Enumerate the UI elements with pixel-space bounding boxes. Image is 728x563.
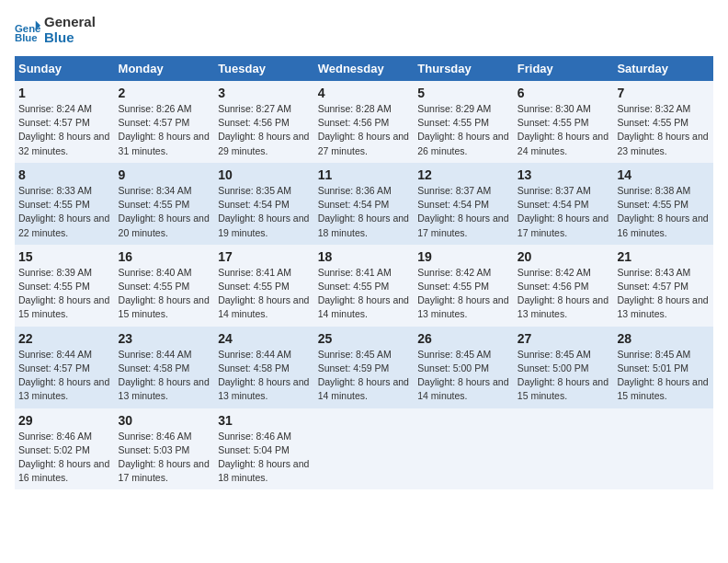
calendar-cell: 21 Sunrise: 8:43 AMSunset: 4:57 PMDaylig… (613, 245, 713, 327)
day-number: 1 (18, 86, 111, 100)
calendar-body: 1 Sunrise: 8:24 AMSunset: 4:57 PMDayligh… (15, 81, 713, 489)
logo-icon: General Blue (15, 17, 40, 43)
day-number: 15 (18, 249, 111, 264)
day-info: Sunrise: 8:42 AMSunset: 4:56 PMDaylight:… (518, 266, 610, 322)
calendar-cell: 18 Sunrise: 8:41 AMSunset: 4:55 PMDaylig… (314, 245, 415, 327)
day-number: 5 (417, 86, 510, 100)
calendar-cell: 6 Sunrise: 8:30 AMSunset: 4:55 PMDayligh… (514, 81, 614, 163)
day-number: 12 (417, 167, 510, 182)
calendar-cell: 1 Sunrise: 8:24 AMSunset: 4:57 PMDayligh… (15, 81, 115, 163)
day-info: Sunrise: 8:46 AMSunset: 5:02 PMDaylight:… (18, 430, 111, 486)
calendar-cell: 5 Sunrise: 8:29 AMSunset: 4:55 PMDayligh… (414, 81, 514, 163)
day-number: 6 (518, 86, 610, 100)
day-header-friday: Friday (514, 56, 614, 81)
page-header: General Blue GeneralBlue (15, 15, 713, 45)
day-info: Sunrise: 8:46 AMSunset: 5:04 PMDaylight:… (218, 430, 311, 486)
week-row-3: 15 Sunrise: 8:39 AMSunset: 4:55 PMDaylig… (15, 245, 713, 327)
calendar-cell: 16 Sunrise: 8:40 AMSunset: 4:55 PMDaylig… (115, 245, 215, 327)
day-number: 28 (617, 331, 710, 346)
calendar-cell: 8 Sunrise: 8:33 AMSunset: 4:55 PMDayligh… (15, 163, 115, 245)
calendar-cell: 10 Sunrise: 8:35 AMSunset: 4:54 PMDaylig… (214, 163, 314, 245)
calendar-cell: 4 Sunrise: 8:28 AMSunset: 4:56 PMDayligh… (314, 81, 415, 163)
calendar-cell (314, 408, 415, 490)
calendar-table: SundayMondayTuesdayWednesdayThursdayFrid… (15, 56, 713, 489)
calendar-cell: 31 Sunrise: 8:46 AMSunset: 5:04 PMDaylig… (214, 408, 314, 490)
day-number: 25 (318, 331, 411, 346)
day-number: 8 (18, 167, 111, 182)
day-info: Sunrise: 8:41 AMSunset: 4:55 PMDaylight:… (318, 266, 411, 322)
calendar-cell: 11 Sunrise: 8:36 AMSunset: 4:54 PMDaylig… (314, 163, 415, 245)
day-info: Sunrise: 8:37 AMSunset: 4:54 PMDaylight:… (417, 184, 510, 240)
day-info: Sunrise: 8:40 AMSunset: 4:55 PMDaylight:… (119, 266, 211, 322)
calendar-cell: 20 Sunrise: 8:42 AMSunset: 4:56 PMDaylig… (514, 245, 614, 327)
week-row-1: 1 Sunrise: 8:24 AMSunset: 4:57 PMDayligh… (15, 81, 713, 163)
header-row: SundayMondayTuesdayWednesdayThursdayFrid… (15, 56, 713, 81)
day-number: 16 (119, 249, 211, 264)
day-header-wednesday: Wednesday (314, 56, 415, 81)
day-number: 21 (617, 249, 710, 264)
logo-text: GeneralBlue (44, 15, 96, 45)
day-header-monday: Monday (115, 56, 215, 81)
day-info: Sunrise: 8:42 AMSunset: 4:55 PMDaylight:… (417, 266, 510, 322)
day-info: Sunrise: 8:36 AMSunset: 4:54 PMDaylight:… (318, 184, 411, 240)
calendar-cell: 17 Sunrise: 8:41 AMSunset: 4:55 PMDaylig… (214, 245, 314, 327)
calendar-cell: 28 Sunrise: 8:45 AMSunset: 5:01 PMDaylig… (613, 327, 713, 408)
calendar-cell: 25 Sunrise: 8:45 AMSunset: 4:59 PMDaylig… (314, 327, 415, 408)
day-info: Sunrise: 8:37 AMSunset: 4:54 PMDaylight:… (518, 184, 610, 240)
day-number: 18 (318, 249, 411, 264)
day-number: 10 (218, 167, 311, 182)
day-info: Sunrise: 8:24 AMSunset: 4:57 PMDaylight:… (18, 102, 111, 158)
day-number: 22 (18, 331, 111, 346)
week-row-5: 29 Sunrise: 8:46 AMSunset: 5:02 PMDaylig… (15, 408, 713, 490)
calendar-cell: 26 Sunrise: 8:45 AMSunset: 5:00 PMDaylig… (414, 327, 514, 408)
calendar-cell: 14 Sunrise: 8:38 AMSunset: 4:55 PMDaylig… (613, 163, 713, 245)
day-info: Sunrise: 8:39 AMSunset: 4:55 PMDaylight:… (18, 266, 111, 322)
day-info: Sunrise: 8:35 AMSunset: 4:54 PMDaylight:… (218, 184, 311, 240)
day-number: 17 (218, 249, 311, 264)
day-info: Sunrise: 8:38 AMSunset: 4:55 PMDaylight:… (617, 184, 710, 240)
day-info: Sunrise: 8:44 AMSunset: 4:58 PMDaylight:… (119, 348, 211, 404)
logo: General Blue GeneralBlue (15, 15, 96, 45)
day-number: 30 (119, 413, 211, 428)
day-info: Sunrise: 8:41 AMSunset: 4:55 PMDaylight:… (218, 266, 311, 322)
day-info: Sunrise: 8:29 AMSunset: 4:55 PMDaylight:… (417, 102, 510, 158)
day-header-tuesday: Tuesday (214, 56, 314, 81)
day-number: 31 (218, 413, 311, 428)
calendar-cell: 24 Sunrise: 8:44 AMSunset: 4:58 PMDaylig… (214, 327, 314, 408)
calendar-cell (514, 408, 614, 490)
day-info: Sunrise: 8:33 AMSunset: 4:55 PMDaylight:… (18, 184, 111, 240)
calendar-cell: 27 Sunrise: 8:45 AMSunset: 5:00 PMDaylig… (514, 327, 614, 408)
day-header-thursday: Thursday (414, 56, 514, 81)
day-info: Sunrise: 8:26 AMSunset: 4:57 PMDaylight:… (119, 102, 211, 158)
day-header-saturday: Saturday (613, 56, 713, 81)
calendar-cell: 30 Sunrise: 8:46 AMSunset: 5:03 PMDaylig… (115, 408, 215, 490)
svg-text:Blue: Blue (15, 32, 38, 43)
calendar-cell: 12 Sunrise: 8:37 AMSunset: 4:54 PMDaylig… (414, 163, 514, 245)
day-number: 13 (518, 167, 610, 182)
day-info: Sunrise: 8:43 AMSunset: 4:57 PMDaylight:… (617, 266, 710, 322)
day-info: Sunrise: 8:45 AMSunset: 5:01 PMDaylight:… (617, 348, 710, 404)
day-info: Sunrise: 8:32 AMSunset: 4:55 PMDaylight:… (617, 102, 710, 158)
day-info: Sunrise: 8:30 AMSunset: 4:55 PMDaylight:… (518, 102, 610, 158)
day-info: Sunrise: 8:44 AMSunset: 4:58 PMDaylight:… (218, 348, 311, 404)
day-number: 2 (119, 86, 211, 100)
calendar-cell: 23 Sunrise: 8:44 AMSunset: 4:58 PMDaylig… (115, 327, 215, 408)
week-row-4: 22 Sunrise: 8:44 AMSunset: 4:57 PMDaylig… (15, 327, 713, 408)
calendar-cell (414, 408, 514, 490)
day-number: 26 (417, 331, 510, 346)
calendar-cell: 3 Sunrise: 8:27 AMSunset: 4:56 PMDayligh… (214, 81, 314, 163)
day-number: 29 (18, 413, 111, 428)
calendar-cell: 2 Sunrise: 8:26 AMSunset: 4:57 PMDayligh… (115, 81, 215, 163)
day-info: Sunrise: 8:27 AMSunset: 4:56 PMDaylight:… (218, 102, 311, 158)
calendar-cell: 15 Sunrise: 8:39 AMSunset: 4:55 PMDaylig… (15, 245, 115, 327)
day-number: 3 (218, 86, 311, 100)
day-info: Sunrise: 8:28 AMSunset: 4:56 PMDaylight:… (318, 102, 411, 158)
day-info: Sunrise: 8:34 AMSunset: 4:55 PMDaylight:… (119, 184, 211, 240)
day-number: 11 (318, 167, 411, 182)
day-info: Sunrise: 8:45 AMSunset: 5:00 PMDaylight:… (518, 348, 610, 404)
calendar-cell: 29 Sunrise: 8:46 AMSunset: 5:02 PMDaylig… (15, 408, 115, 490)
week-row-2: 8 Sunrise: 8:33 AMSunset: 4:55 PMDayligh… (15, 163, 713, 245)
day-number: 27 (518, 331, 610, 346)
calendar-cell: 13 Sunrise: 8:37 AMSunset: 4:54 PMDaylig… (514, 163, 614, 245)
day-info: Sunrise: 8:44 AMSunset: 4:57 PMDaylight:… (18, 348, 111, 404)
